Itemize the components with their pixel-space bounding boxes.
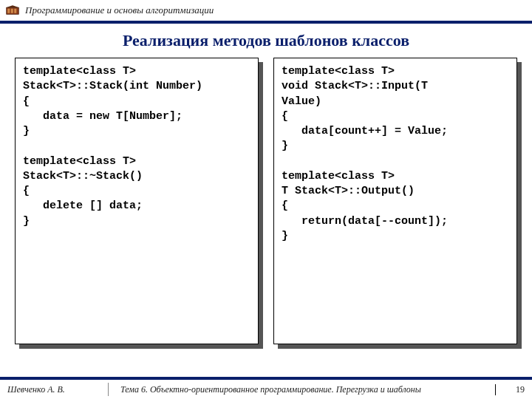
top-bar: Программирование и основы алгоритмизации	[0, 0, 532, 21]
footer: Шевченко А. В. Тема 6. Объектно-ориентир…	[0, 377, 532, 399]
footer-author: Шевченко А. В.	[7, 384, 103, 395]
svg-marker-4	[6, 5, 19, 7]
content-area: template<class T> Stack<T>::Stack(int Nu…	[0, 58, 532, 344]
course-title: Программирование и основы алгоритмизации	[25, 4, 214, 16]
logo-icon	[6, 5, 19, 16]
footer-topic: Тема 6. Объектно-ориентированное програм…	[113, 384, 495, 395]
footer-page: 19	[495, 384, 525, 395]
footer-divider	[108, 383, 109, 396]
code-box-right-wrap: template<class T> void Stack<T>::Input(T…	[273, 58, 517, 344]
code-box-right: template<class T> void Stack<T>::Input(T…	[273, 58, 517, 344]
svg-rect-2	[11, 9, 13, 13]
code-box-left: template<class T> Stack<T>::Stack(int Nu…	[15, 58, 259, 344]
svg-rect-1	[7, 9, 10, 13]
code-box-left-wrap: template<class T> Stack<T>::Stack(int Nu…	[15, 58, 259, 344]
slide-title: Реализация методов шаблонов классов	[0, 24, 532, 58]
svg-rect-3	[14, 9, 16, 13]
slide: Программирование и основы алгоритмизации…	[0, 0, 532, 399]
